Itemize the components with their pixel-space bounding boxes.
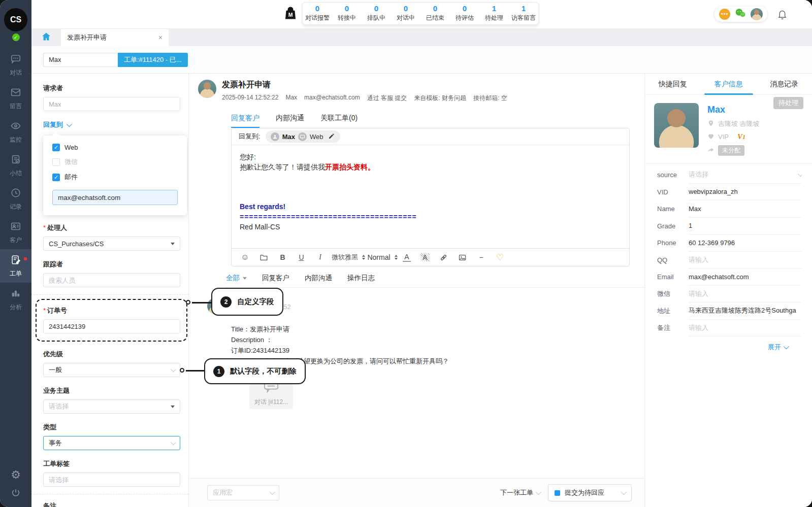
paragraph-style-select[interactable]: Normal — [367, 253, 398, 261]
filter-all[interactable]: 全部 — [226, 274, 247, 283]
sidebar-item-customers[interactable]: 客户 — [0, 216, 31, 249]
stat-transferring[interactable]: 0转接中 — [332, 3, 362, 24]
tab-linked-tickets[interactable]: 关联工单(0) — [320, 114, 358, 128]
customer-location: 吉隆坡 吉隆坡 — [718, 119, 760, 128]
field-row-address: 地址 马来西亚吉隆坡陈秀连路2号Southga — [657, 302, 802, 320]
bag-letter: M — [288, 12, 293, 18]
home-tab-button[interactable] — [31, 29, 61, 46]
email-value[interactable]: max@echatsoft.com — [689, 268, 802, 286]
ticket-tag-input[interactable] — [43, 472, 180, 487]
italic-button[interactable]: I — [311, 253, 330, 261]
sidebar-item-chat[interactable]: 对话 — [0, 48, 31, 82]
emoji-icon[interactable]: ☺ — [236, 253, 254, 262]
tab-quick-replies[interactable]: 快捷回复 — [645, 74, 701, 94]
shop-bag-icon[interactable]: M — [283, 6, 298, 24]
favorite-heart-icon[interactable]: ♡ — [491, 252, 509, 263]
stat-dialog-alert[interactable]: 0对话报警 — [303, 3, 332, 24]
type-select[interactable]: 事务 — [43, 436, 180, 450]
stat-in-dialog[interactable]: 0对话中 — [391, 3, 420, 24]
tab-message-log[interactable]: 消息记录 — [756, 74, 812, 94]
stat-value: 0 — [345, 5, 349, 13]
eye-icon — [10, 120, 21, 133]
name-value[interactable]: Max — [689, 200, 802, 218]
folder-icon[interactable] — [254, 253, 273, 262]
sidebar-item-label: 留言 — [10, 102, 22, 111]
stat-pending[interactable]: 1待处理 — [479, 3, 509, 24]
reply-to-toggle[interactable]: 回复到 — [43, 120, 180, 129]
qq-input[interactable]: 请输入 — [689, 252, 802, 269]
stat-pending-eval[interactable]: 0待评估 — [450, 3, 479, 24]
ticket-inbox: 接待邮箱: 空 — [473, 94, 507, 103]
tab-reply-customer[interactable]: 回复客户 — [231, 114, 259, 128]
tab-internal-comm[interactable]: 内部沟通 — [276, 114, 304, 128]
chevron-down-icon — [67, 121, 72, 127]
topic-select[interactable]: 请选择 — [43, 399, 180, 414]
image-icon[interactable] — [453, 253, 472, 262]
vid-value[interactable]: webvipzalora_zh — [689, 184, 802, 201]
tab-customer-info[interactable]: 客户信息 — [701, 74, 757, 94]
sidebar-item-history[interactable]: 记录 — [0, 182, 31, 216]
horizontal-rule-button[interactable]: − — [472, 253, 491, 261]
highlight-color-button[interactable]: A — [420, 253, 430, 261]
editor-line: 您好: — [240, 152, 621, 162]
sidebar-item-tickets[interactable]: 工单 — [0, 249, 31, 283]
follower-input[interactable] — [43, 273, 180, 287]
dialog-attachment-card[interactable]: 对话 |#112... — [249, 376, 293, 409]
expand-link[interactable]: 展开 — [645, 343, 788, 352]
underline-button[interactable]: U — [292, 253, 311, 261]
field-row-name: Name Max — [657, 200, 802, 218]
customer-name[interactable]: Max — [707, 105, 760, 115]
filter-reply-customer[interactable]: 回复客户 — [262, 274, 289, 283]
requester-name-box[interactable]: Max — [43, 53, 118, 67]
settings-gear-icon[interactable]: ⚙ — [11, 469, 21, 481]
status-stats-bar: 0对话报警 0转接中 0排队中 0对话中 0已结束 0待评估 1待处理 1访客留… — [302, 2, 539, 25]
checkbox-wechat[interactable] — [52, 158, 60, 166]
phone-value[interactable]: 60 12-369 9796 — [689, 234, 802, 252]
order-number-input[interactable] — [43, 319, 180, 333]
filter-operation-log[interactable]: 操作日志 — [347, 274, 375, 283]
font-family-select[interactable]: 微软雅黑 — [330, 253, 367, 262]
next-ticket-link[interactable]: 下一张工单 — [500, 488, 540, 497]
notifications-bell-icon[interactable] — [777, 9, 788, 22]
source-select[interactable]: 请选择 — [689, 166, 802, 184]
field-label: QQ — [657, 256, 689, 264]
sidebar-item-messages[interactable]: 留言 — [0, 82, 31, 115]
bold-button[interactable]: B — [273, 253, 292, 261]
sidebar-item-summary[interactable]: 小结 — [0, 149, 31, 182]
channel-avatar[interactable] — [751, 8, 763, 20]
submit-pending-reply-button[interactable]: 提交为待回应 — [548, 484, 632, 501]
stat-queuing[interactable]: 0排队中 — [362, 3, 391, 24]
reply-email-input[interactable] — [52, 190, 178, 205]
wechat-icon[interactable] — [734, 8, 746, 21]
sidebar-item-monitor[interactable]: 监控 — [0, 115, 31, 149]
tab-invoice-request[interactable]: 发票补开申请 × — [61, 29, 169, 46]
stat-value: 0 — [463, 5, 467, 13]
editor-body[interactable]: 您好: 抱歉让您久等了！请提供我开票抬头资料。 Best regards! ==… — [232, 145, 629, 248]
ticket-submit-via: 通过 客服 提交 — [367, 94, 407, 103]
edit-pencil-icon[interactable] — [328, 132, 335, 141]
link-icon[interactable] — [434, 253, 453, 262]
sidebar-item-analytics[interactable]: 分析 — [0, 283, 31, 316]
stat-label: 待处理 — [485, 14, 503, 22]
checkbox-web[interactable]: ✓ — [52, 144, 60, 151]
apply-macro-select[interactable]: 应用宏 — [207, 485, 279, 500]
grade-value[interactable]: 1 — [689, 218, 802, 235]
chat-channel-icon[interactable]: ••• — [719, 9, 730, 20]
handler-select[interactable]: CS_Purchases/CS — [43, 236, 180, 251]
close-icon[interactable]: × — [158, 33, 163, 42]
priority-select[interactable]: 一般 — [43, 363, 180, 377]
filter-internal[interactable]: 内部沟通 — [305, 274, 332, 283]
requester-input[interactable]: Max — [43, 97, 180, 111]
stat-ended[interactable]: 0已结束 — [420, 3, 450, 24]
power-icon[interactable] — [11, 488, 21, 500]
wechat-input[interactable]: 请输入 — [689, 286, 802, 303]
type-value: 事务 — [49, 438, 62, 448]
address-value[interactable]: 马来西亚吉隆坡陈秀连路2号Southga — [689, 302, 802, 320]
ticket-id-badge[interactable]: 工单:#111420 - 已... — [118, 53, 188, 67]
font-color-button[interactable]: A — [403, 253, 411, 262]
checkbox-email[interactable]: ✓ — [52, 174, 60, 181]
agent-avatar[interactable]: CS — [4, 8, 27, 31]
chat-icon — [10, 53, 21, 66]
stat-visitor-messages[interactable]: 1访客留言 — [509, 3, 538, 24]
remark-input[interactable]: 请输入 — [689, 320, 802, 337]
